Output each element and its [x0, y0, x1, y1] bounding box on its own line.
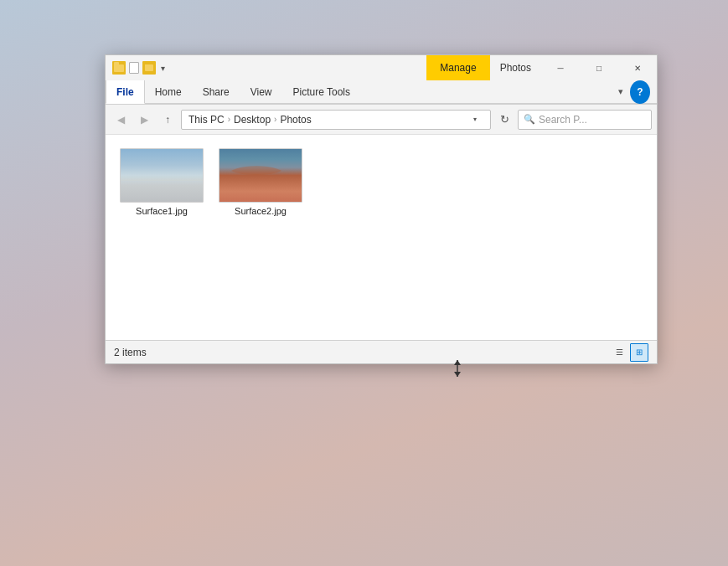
maximize-button[interactable]: □: [580, 55, 618, 80]
tab-view[interactable]: View: [240, 80, 283, 103]
view-details-button[interactable]: ☰: [610, 343, 628, 362]
tab-file[interactable]: File: [106, 80, 145, 104]
ribbon-tabs: File Home Share View Picture Tools ▾ ?: [106, 80, 657, 104]
file-explorer-window: ▾ Manage Photos ─ □ ✕ File Home: [105, 54, 658, 364]
thumbnail-surface2: [219, 148, 302, 203]
view-buttons: ☰ ⊞: [610, 343, 648, 362]
title-bar: ▾ Manage Photos ─ □ ✕: [106, 55, 657, 80]
ribbon: File Home Share View Picture Tools ▾ ?: [106, 80, 657, 105]
file-item-surface2[interactable]: Surface2.jpg: [214, 145, 307, 219]
folder-icon: [112, 61, 126, 75]
window-controls: ─ □ ✕: [541, 55, 657, 80]
status-bar: 2 items ☰ ⊞: [106, 340, 657, 363]
title-bar-left: ▾: [106, 55, 426, 80]
breadcrumb-photos[interactable]: Photos: [280, 114, 311, 126]
tab-picture-tools[interactable]: Picture Tools: [283, 80, 361, 103]
search-icon: 🔍: [524, 114, 535, 125]
refresh-button[interactable]: ↻: [494, 110, 514, 130]
search-placeholder-text: Search P...: [539, 114, 587, 126]
address-bar: ◀ ▶ ↑ This PC › Desktop › Photos ▾ ↻ 🔍 S…: [106, 105, 657, 135]
tab-home[interactable]: Home: [145, 80, 193, 103]
item-count: 2 items: [114, 347, 610, 358]
ribbon-spacer: [361, 80, 615, 103]
content-area: Surface1.jpg Surface2.jpg: [106, 135, 657, 340]
file-label-surface2: Surface2.jpg: [235, 206, 287, 216]
svg-marker-2: [454, 372, 461, 377]
search-box[interactable]: 🔍 Search P...: [518, 110, 652, 130]
breadcrumb-sep-1: ›: [228, 115, 230, 124]
back-button[interactable]: ◀: [111, 110, 131, 130]
address-box[interactable]: This PC › Desktop › Photos ▾: [181, 110, 491, 130]
minimize-button[interactable]: ─: [541, 55, 580, 80]
thumbnail-surface1: [120, 148, 204, 203]
manage-tab[interactable]: Manage: [426, 55, 489, 80]
breadcrumb-desktop[interactable]: Desktop: [234, 114, 271, 126]
address-dropdown-button[interactable]: ▾: [467, 116, 483, 123]
view-largeicons-button[interactable]: ⊞: [630, 343, 648, 362]
doc-icon: [129, 62, 139, 74]
tab-share[interactable]: Share: [193, 80, 240, 103]
help-button[interactable]: ?: [630, 80, 650, 104]
close-button[interactable]: ✕: [618, 55, 657, 80]
down-arrow-icon: ▾: [159, 64, 167, 73]
breadcrumb-this-pc[interactable]: This PC: [188, 114, 225, 126]
ribbon-collapse-button[interactable]: ▾: [615, 85, 627, 99]
forward-button[interactable]: ▶: [134, 110, 154, 130]
file-label-surface1: Surface1.jpg: [136, 206, 188, 216]
up-button[interactable]: ↑: [157, 110, 178, 130]
breadcrumb-sep-2: ›: [274, 115, 276, 124]
window-title: Photos: [490, 55, 541, 80]
file-item-surface1[interactable]: Surface1.jpg: [116, 145, 208, 219]
folder-icon-2: [142, 61, 156, 75]
